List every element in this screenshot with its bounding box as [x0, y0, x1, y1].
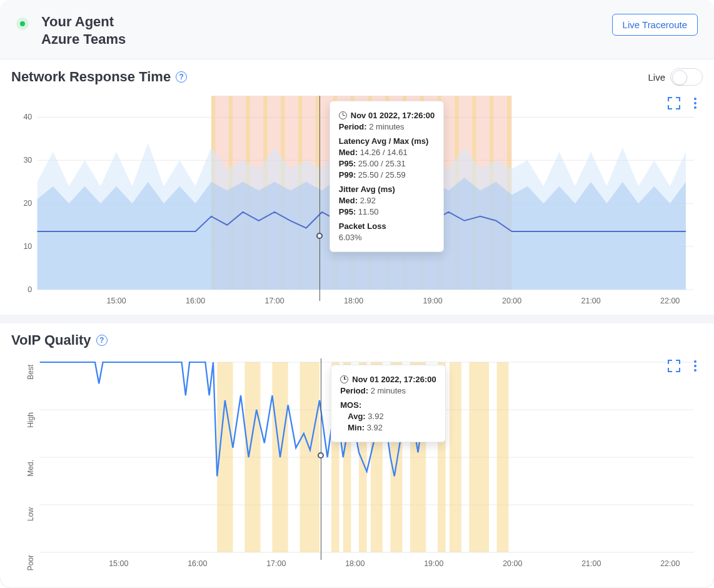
help-icon[interactable]: ? [96, 335, 108, 346]
cursor-line [319, 96, 320, 301]
live-label: Live [648, 72, 665, 83]
svg-text:0: 0 [28, 285, 32, 294]
svg-text:Poor: Poor [26, 555, 35, 570]
svg-text:18:00: 18:00 [345, 559, 365, 568]
svg-text:21:00: 21:00 [581, 559, 601, 568]
nrt-chart[interactable]: 01020304015:0016:0017:0018:0019:0020:002… [0, 89, 714, 315]
svg-text:17:00: 17:00 [265, 297, 284, 305]
page-header: Your Agent Azure Teams Live Traceroute [0, 0, 714, 59]
cursor-line [321, 358, 321, 560]
nrt-tooltip: Nov 01 2022, 17:26:00 Period: 2 minutes … [329, 101, 444, 252]
svg-text:Med.: Med. [26, 460, 35, 477]
svg-rect-60 [497, 362, 509, 552]
svg-rect-58 [450, 362, 461, 552]
svg-text:Low: Low [26, 507, 35, 521]
chart-menu-icon[interactable] [690, 358, 700, 373]
svg-text:High: High [26, 412, 35, 428]
svg-text:30: 30 [23, 156, 32, 165]
svg-text:18:00: 18:00 [344, 297, 363, 305]
expand-icon[interactable] [666, 358, 681, 373]
svg-text:20:00: 20:00 [502, 297, 521, 305]
svg-text:16:00: 16:00 [188, 559, 207, 568]
svg-text:19:00: 19:00 [423, 297, 443, 305]
svg-text:22:00: 22:00 [660, 559, 680, 568]
status-indicator-icon [16, 18, 29, 30]
nrt-title: Network Response Time [11, 69, 171, 85]
svg-text:10: 10 [23, 242, 32, 251]
svg-text:21:00: 21:00 [581, 297, 601, 305]
voip-tooltip: Nov 01 2022, 17:26:00 Period: 2 minutes … [331, 365, 445, 442]
svg-rect-48 [244, 362, 260, 552]
chart-menu-icon[interactable] [690, 96, 700, 111]
svg-text:15:00: 15:00 [106, 297, 126, 305]
help-icon[interactable]: ? [176, 71, 187, 83]
svg-text:16:00: 16:00 [186, 297, 205, 305]
svg-rect-59 [469, 362, 489, 552]
voip-quality-card: VoIP Quality ? PoorLowMed.HighBest15:001… [0, 315, 714, 577]
svg-rect-50 [300, 362, 320, 552]
svg-text:15:00: 15:00 [109, 559, 128, 568]
svg-text:17:00: 17:00 [266, 559, 286, 568]
svg-text:20: 20 [23, 199, 32, 208]
svg-text:19:00: 19:00 [424, 559, 443, 568]
cursor-dot [316, 233, 323, 239]
live-toggle[interactable] [670, 68, 703, 86]
voip-chart[interactable]: PoorLowMed.HighBest15:0016:0017:0018:001… [0, 352, 714, 577]
svg-text:40: 40 [23, 113, 32, 122]
clock-icon [340, 375, 348, 383]
svg-text:Best: Best [26, 364, 35, 380]
app-title: Azure Teams [41, 31, 126, 48]
clock-icon [339, 111, 347, 119]
svg-text:20:00: 20:00 [503, 559, 522, 568]
expand-icon[interactable] [666, 96, 681, 111]
voip-title: VoIP Quality [11, 332, 91, 348]
agent-title: Your Agent [41, 14, 126, 30]
live-traceroute-button[interactable]: Live Traceroute [612, 14, 698, 36]
network-response-time-card: Network Response Time ? Live 01020304015… [0, 59, 714, 315]
svg-text:22:00: 22:00 [660, 297, 680, 305]
